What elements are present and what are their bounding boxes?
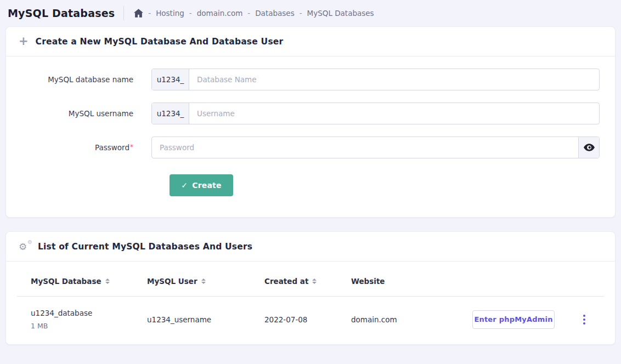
password-label: Password*	[6, 143, 151, 152]
database-cell: u1234_database 1 MB	[17, 309, 147, 330]
actions-cell: Enter phpMyAdmin	[472, 310, 604, 329]
column-header-website: Website	[351, 277, 604, 286]
column-header-label: Website	[351, 277, 385, 286]
gears-icon: ⚙ ⚙	[19, 241, 31, 253]
create-button[interactable]: ✓ Create	[170, 174, 233, 196]
user-cell: u1234_username	[147, 315, 264, 324]
create-database-card: + Create a New MySQL Database And Databa…	[5, 26, 616, 218]
column-header-created-at[interactable]: Created at	[264, 277, 351, 286]
sort-icon[interactable]	[312, 278, 317, 284]
database-name-row: MySQL database name u1234_	[6, 69, 615, 90]
table-row: u1234_database 1 MB u1234_username 2022-…	[17, 297, 604, 344]
database-name: u1234_database	[31, 309, 147, 317]
header-divider	[123, 6, 124, 20]
gear-small: ⚙	[27, 239, 32, 245]
gear-large: ⚙	[19, 241, 27, 252]
password-input[interactable]	[152, 137, 578, 158]
home-icon[interactable]	[134, 9, 143, 18]
create-card-header: + Create a New MySQL Database And Databa…	[6, 27, 615, 56]
eye-icon	[584, 144, 595, 151]
password-row: Password*	[6, 136, 615, 158]
database-name-prefix: u1234_	[152, 69, 189, 90]
create-database-form: MySQL database name u1234_ MySQL usernam…	[6, 56, 615, 217]
breadcrumb-separator: -	[300, 9, 302, 18]
databases-table: MySQL Database MySQL User Created at Web…	[17, 261, 604, 344]
column-header-label: Created at	[264, 277, 308, 286]
column-header-mysql-database[interactable]: MySQL Database	[17, 277, 147, 286]
column-header-mysql-user[interactable]: MySQL User	[147, 277, 264, 286]
table-header-row: MySQL Database MySQL User Created at Web…	[17, 261, 604, 297]
page-header: MySQL Databases - Hosting - domain.com -…	[0, 0, 621, 26]
database-name-label: MySQL database name	[6, 75, 151, 84]
page-title: MySQL Databases	[8, 7, 115, 19]
breadcrumb-item-domain[interactable]: domain.com	[197, 9, 243, 18]
create-button-label: Create	[192, 181, 222, 190]
sort-icon[interactable]	[105, 278, 110, 284]
breadcrumb-item-databases[interactable]: Databases	[255, 9, 294, 18]
database-name-input[interactable]	[189, 69, 599, 90]
sort-icon[interactable]	[201, 278, 206, 284]
username-input-group: u1234_	[151, 103, 600, 124]
breadcrumb-separator: -	[148, 9, 151, 18]
check-icon: ✓	[181, 181, 188, 190]
column-header-label: MySQL Database	[31, 277, 101, 286]
required-asterisk: *	[130, 143, 133, 151]
enter-phpmyadmin-button[interactable]: Enter phpMyAdmin	[472, 310, 555, 329]
website-cell: domain.com	[351, 315, 472, 324]
row-menu-kebab-icon[interactable]	[581, 312, 588, 327]
username-row: MySQL username u1234_	[6, 103, 615, 124]
password-label-text: Password	[95, 143, 129, 152]
breadcrumb: - Hosting - domain.com - Databases - MyS…	[134, 9, 374, 18]
database-size: 1 MB	[31, 322, 147, 330]
database-name-input-group: u1234_	[151, 69, 600, 90]
created-at-cell: 2022-07-08	[264, 315, 351, 324]
database-list-card: ⚙ ⚙ List of Current MySQL Databases And …	[5, 231, 616, 345]
list-card-header: ⚙ ⚙ List of Current MySQL Databases And …	[6, 232, 615, 261]
password-visibility-toggle[interactable]	[578, 137, 599, 158]
username-prefix: u1234_	[152, 103, 189, 124]
create-card-title: Create a New MySQL Database And Database…	[36, 37, 284, 47]
list-card-title: List of Current MySQL Databases And User…	[38, 242, 252, 252]
breadcrumb-item-mysql-databases: MySQL Databases	[307, 9, 374, 18]
plus-icon: +	[19, 36, 29, 47]
breadcrumb-separator: -	[189, 9, 192, 18]
password-input-group	[151, 136, 600, 158]
username-label: MySQL username	[6, 109, 151, 118]
breadcrumb-item-hosting[interactable]: Hosting	[156, 9, 184, 18]
username-input[interactable]	[189, 103, 599, 124]
column-header-label: MySQL User	[147, 277, 197, 286]
breadcrumb-separator: -	[247, 9, 250, 18]
